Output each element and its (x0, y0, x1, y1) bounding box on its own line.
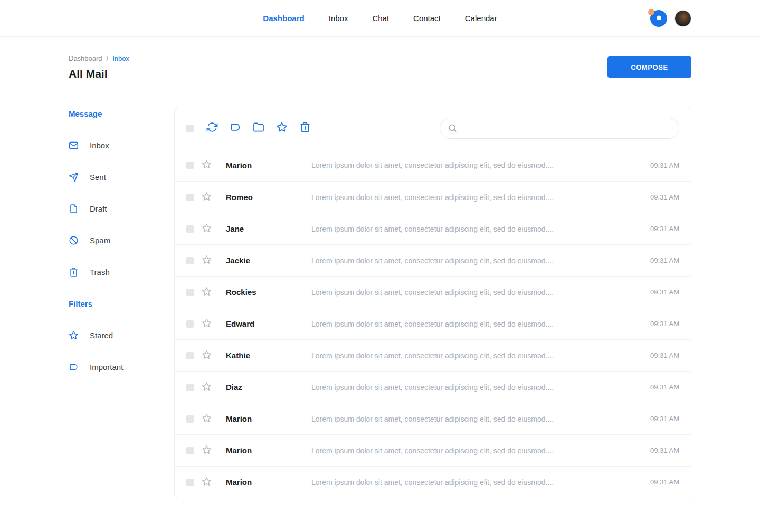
page-title: All Mail (69, 68, 129, 80)
nav-item-chat[interactable]: Chat (372, 14, 389, 23)
row-star-button[interactable] (202, 445, 212, 457)
mail-time: 09:31 AM (632, 383, 679, 391)
row-checkbox[interactable] (186, 257, 194, 264)
mail-time: 09:31 AM (632, 478, 679, 486)
top-nav-links: DashboardInboxChatContactCalendar (263, 14, 497, 23)
search-input[interactable] (463, 124, 671, 132)
nav-item-calendar[interactable]: Calendar (465, 14, 497, 23)
mail-row[interactable]: MarionLorem ipsum dolor sit amet, consec… (175, 403, 691, 434)
refresh-icon (206, 121, 218, 135)
mail-preview: Lorem ipsum dolor sit amet, consectetur … (311, 478, 632, 487)
row-star-button[interactable] (202, 382, 212, 393)
sidebar-item-important[interactable]: Important (69, 351, 174, 383)
toolbar-refresh-button[interactable] (206, 121, 218, 135)
mail-row[interactable]: EdwardLorem ipsum dolor sit amet, consec… (175, 308, 691, 339)
mail-row[interactable]: JaneLorem ipsum dolor sit amet, consecte… (175, 213, 691, 244)
nav-item-inbox[interactable]: Inbox (329, 14, 348, 23)
nav-item-dashboard[interactable]: Dashboard (263, 14, 304, 23)
star-icon (202, 382, 212, 393)
breadcrumb: Dashboard / Inbox (69, 54, 129, 62)
toolbar-trash-button[interactable] (299, 121, 311, 135)
row-star-button[interactable] (202, 413, 212, 425)
star-icon (202, 445, 212, 457)
mail-row[interactable]: RomeoLorem ipsum dolor sit amet, consect… (175, 181, 691, 213)
label-icon (230, 121, 241, 135)
mail-sender: Marion (216, 414, 311, 423)
toolbar-star-button[interactable] (276, 121, 288, 135)
folder-icon (253, 121, 264, 135)
sidebar-item-label: Spam (90, 236, 110, 245)
mail-icon (69, 140, 79, 150)
select-all-checkbox[interactable] (186, 125, 194, 132)
content: Message InboxSentDraftSpamTrash Filters … (69, 107, 691, 498)
toolbar-label-button[interactable] (230, 121, 241, 135)
send-icon (69, 172, 79, 182)
top-nav: DashboardInboxChatContactCalendar (0, 0, 760, 37)
mail-preview: Lorem ipsum dolor sit amet, consectetur … (311, 415, 632, 423)
nav-item-contact[interactable]: Contact (413, 14, 441, 23)
sidebar-item-label: Stared (90, 331, 113, 340)
mail-row[interactable]: MarionLorem ipsum dolor sit amet, consec… (175, 466, 691, 498)
mail-row[interactable]: RockiesLorem ipsum dolor sit amet, conse… (175, 276, 691, 308)
mail-row[interactable]: KathieLorem ipsum dolor sit amet, consec… (175, 339, 691, 371)
row-checkbox[interactable] (186, 194, 194, 201)
trash-icon (299, 121, 311, 135)
sidebar-item-trash[interactable]: Trash (69, 256, 174, 288)
row-checkbox[interactable] (186, 320, 194, 328)
mail-time: 09:31 AM (632, 225, 679, 233)
row-checkbox[interactable] (186, 447, 194, 454)
mail-preview: Lorem ipsum dolor sit amet, consectetur … (311, 383, 632, 392)
row-star-button[interactable] (202, 192, 212, 203)
notification-button[interactable] (650, 10, 667, 27)
row-checkbox[interactable] (186, 415, 194, 423)
spam-icon (69, 235, 79, 245)
star-icon (202, 350, 212, 362)
mail-time: 09:31 AM (632, 352, 679, 359)
user-avatar[interactable] (674, 10, 691, 27)
breadcrumb-separator: / (107, 54, 109, 62)
breadcrumb-inbox[interactable]: Inbox (112, 54, 129, 62)
row-checkbox[interactable] (186, 479, 194, 486)
row-checkbox[interactable] (186, 225, 194, 233)
row-star-button[interactable] (202, 318, 212, 330)
mail-time: 09:31 AM (632, 446, 679, 454)
mail-row[interactable]: MarionLorem ipsum dolor sit amet, consec… (175, 149, 691, 181)
mail-row[interactable]: MarionLorem ipsum dolor sit amet, consec… (175, 434, 691, 466)
mail-row[interactable]: JackieLorem ipsum dolor sit amet, consec… (175, 244, 691, 276)
notification-dot (648, 9, 654, 15)
sidebar-section-filters: Filters (69, 297, 174, 310)
sidebar-item-stared[interactable]: Stared (69, 319, 174, 351)
row-checkbox[interactable] (186, 352, 194, 359)
top-nav-right (650, 0, 691, 37)
mail-time: 09:31 AM (632, 256, 679, 264)
row-star-button[interactable] (202, 350, 212, 362)
breadcrumb-dashboard[interactable]: Dashboard (69, 54, 102, 62)
trash-icon (69, 267, 79, 277)
sidebar-item-label: Draft (90, 204, 107, 213)
row-checkbox[interactable] (186, 384, 194, 391)
row-checkbox[interactable] (186, 289, 194, 296)
row-star-button[interactable] (202, 287, 212, 298)
row-star-button[interactable] (202, 223, 212, 235)
toolbar-folder-button[interactable] (253, 121, 264, 135)
row-star-button[interactable] (202, 477, 212, 488)
row-checkbox[interactable] (186, 162, 194, 169)
mail-preview: Lorem ipsum dolor sit amet, consectetur … (311, 161, 632, 169)
compose-button[interactable]: COMPOSE (607, 56, 691, 78)
sidebar-item-draft[interactable]: Draft (69, 193, 174, 224)
sidebar-item-sent[interactable]: Sent (69, 161, 174, 193)
mail-row[interactable]: DiazLorem ipsum dolor sit amet, consecte… (175, 371, 691, 403)
sidebar-item-spam[interactable]: Spam (69, 224, 174, 256)
search-box (440, 118, 679, 139)
sidebar-item-inbox[interactable]: Inbox (69, 129, 174, 161)
bell-icon (654, 14, 663, 23)
mail-sender: Rockies (216, 288, 311, 297)
star-icon (202, 223, 212, 235)
search-icon (448, 123, 458, 133)
sidebar-filter-list: StaredImportant (69, 319, 174, 383)
mail-sender: Marion (216, 478, 311, 487)
mail-preview: Lorem ipsum dolor sit amet, consectetur … (311, 225, 632, 233)
mail-sender: Diaz (216, 383, 311, 392)
row-star-button[interactable] (202, 159, 212, 171)
row-star-button[interactable] (202, 255, 212, 267)
